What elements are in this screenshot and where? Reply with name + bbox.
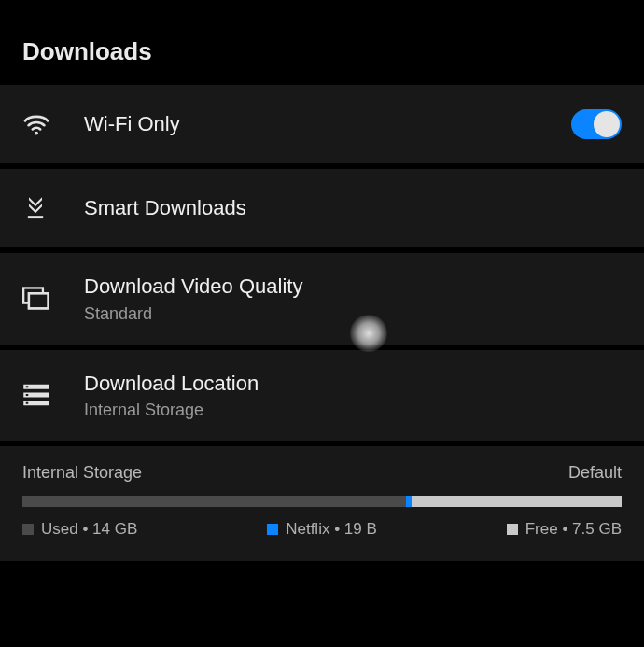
storage-panel: Internal Storage Default Used • 14 GB Ne…: [0, 446, 644, 561]
storage-bar: [22, 496, 622, 507]
storage-bar-free: [412, 496, 622, 507]
row-smart-title: Smart Downloads: [84, 195, 622, 222]
row-download-location[interactable]: Download Location Internal Storage: [0, 350, 644, 447]
legend-netflix-swatch: [267, 524, 278, 535]
legend-netflix: Netflix • 19 B: [267, 520, 377, 539]
smart-downloads-icon: [22, 195, 67, 221]
video-quality-icon: [22, 287, 67, 311]
section-header-downloads: Downloads: [0, 0, 644, 85]
row-location-title: Download Location: [84, 371, 622, 398]
legend-used-swatch: [22, 524, 34, 535]
svg-rect-1: [28, 216, 43, 218]
legend-free: Free • 7.5 GB: [507, 520, 622, 539]
row-quality-subtitle: Standard: [84, 304, 622, 324]
row-wifi-only[interactable]: Wi-Fi Only: [0, 85, 644, 169]
row-wifi-title: Wi-Fi Only: [84, 111, 560, 138]
svg-rect-3: [29, 293, 49, 308]
legend-netflix-text: Netflix • 19 B: [286, 520, 377, 539]
svg-rect-10: [26, 402, 29, 404]
storage-bar-used: [22, 496, 406, 507]
svg-rect-8: [26, 387, 29, 388]
row-video-quality[interactable]: Download Video Quality Standard: [0, 253, 644, 350]
legend-free-swatch: [507, 524, 518, 535]
row-quality-title: Download Video Quality: [84, 274, 622, 301]
svg-point-0: [35, 132, 38, 135]
storage-tag: Default: [568, 463, 622, 483]
wifi-only-toggle[interactable]: [571, 109, 622, 139]
storage-label: Internal Storage: [22, 463, 142, 483]
row-location-subtitle: Internal Storage: [84, 401, 622, 420]
wifi-icon: [22, 113, 67, 135]
legend-free-text: Free • 7.5 GB: [525, 520, 622, 539]
row-smart-downloads[interactable]: Smart Downloads: [0, 169, 644, 253]
svg-rect-9: [26, 394, 29, 396]
storage-icon: [22, 383, 67, 407]
legend-used-text: Used • 14 GB: [41, 520, 137, 539]
legend-used: Used • 14 GB: [22, 520, 137, 539]
